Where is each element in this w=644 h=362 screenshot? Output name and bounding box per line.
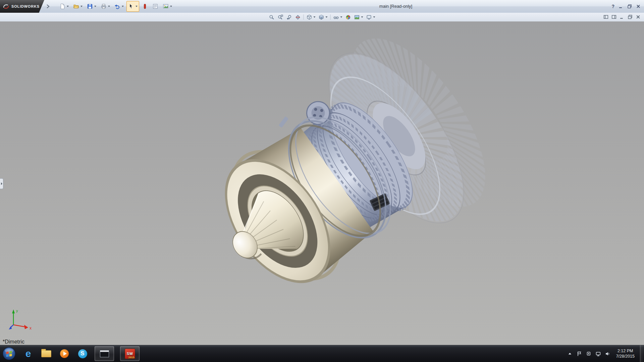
restore-document-icon[interactable] [628, 14, 633, 19]
view-orientation-cube-icon [307, 14, 312, 20]
options-icon [163, 3, 169, 9]
restore-window-icon[interactable] [627, 4, 632, 9]
dropdown-caret-icon [67, 6, 69, 7]
apply-scene-button[interactable] [354, 14, 364, 20]
hide-show-items-button[interactable] [333, 14, 343, 20]
window-titlebar: SOLIDWORKS [0, 0, 644, 13]
show-task-pane-icon[interactable] [611, 14, 616, 19]
window-title: main [Read-only] [379, 0, 412, 13]
taskbar-file-explorer[interactable] [40, 346, 52, 361]
close-document-icon[interactable] [636, 14, 641, 19]
document-window-controls [603, 14, 641, 19]
volume-icon[interactable] [604, 350, 610, 357]
undo-button[interactable] [113, 1, 125, 12]
select-button[interactable] [126, 1, 139, 12]
new-document-button[interactable] [58, 1, 70, 12]
section-view-icon [295, 14, 301, 20]
menu-flyout-chevron-icon[interactable] [46, 4, 50, 9]
command-prompt-icon [100, 350, 109, 357]
dropdown-caret-icon [108, 6, 110, 7]
engine-model[interactable] [0, 21, 644, 345]
dropdown-caret-icon [170, 6, 172, 7]
solidworks-version-badge: 2015 [128, 356, 135, 359]
taskbar-internet-explorer[interactable]: e [22, 346, 34, 361]
solidworks-window: SOLIDWORKS [0, 0, 644, 362]
previous-view-icon [286, 14, 292, 20]
minimize-document-icon[interactable] [620, 14, 625, 19]
show-hidden-icons-button[interactable] [567, 350, 573, 357]
network-display-icon[interactable] [595, 350, 601, 357]
dropdown-caret-icon [94, 6, 96, 7]
dropdown-caret-icon [136, 6, 138, 7]
display-style-cube-icon [319, 14, 324, 20]
menu-row [0, 13, 644, 22]
flyout-arrow-icon [1, 182, 2, 185]
dropdown-caret-icon [314, 16, 316, 18]
dropdown-caret-icon [361, 16, 363, 18]
dropdown-caret-icon [340, 16, 342, 18]
toolbar-separator [304, 14, 304, 20]
save-floppy-icon [87, 3, 93, 9]
solidworks-resources-button[interactable] [140, 1, 150, 12]
new-document-icon [59, 3, 65, 9]
status-tray-icon[interactable] [586, 350, 592, 357]
close-window-icon[interactable] [636, 4, 641, 9]
apply-scene-icon [354, 14, 360, 20]
taskbar-solidworks[interactable]: SW 2015 [120, 346, 140, 361]
undo-icon [114, 3, 120, 9]
feature-tree-flyout-handle[interactable] [0, 178, 3, 189]
taskbar-skype[interactable]: S [76, 346, 89, 361]
bracket-tab[interactable] [278, 116, 288, 128]
show-feature-pane-icon[interactable] [603, 14, 608, 19]
view-settings-icon [366, 14, 372, 20]
zoom-to-fit-button[interactable] [269, 14, 275, 20]
system-tray: 2:12 PM 7/28/2015 [567, 345, 644, 362]
play-icon [63, 352, 67, 356]
help-button[interactable]: ? [611, 4, 614, 9]
solidworks-logo-icon [3, 3, 9, 9]
graphics-viewport[interactable]: y x *Dimetric [0, 21, 644, 345]
media-player-icon [60, 349, 69, 358]
taskbar-clock[interactable]: 2:12 PM 7/28/2015 [614, 348, 637, 359]
section-view-button[interactable] [295, 14, 301, 20]
minimize-window-icon[interactable] [619, 4, 623, 9]
view-orientation-button[interactable] [306, 14, 316, 20]
taskbar-command-prompt[interactable] [95, 346, 114, 361]
dropdown-caret-icon [80, 6, 83, 7]
edit-appearance-button[interactable] [345, 14, 352, 20]
view-settings-button[interactable] [366, 14, 376, 20]
solidworks-resources-icon [142, 3, 148, 9]
file-properties-icon [152, 3, 158, 9]
previous-view-button[interactable] [286, 14, 292, 20]
dropdown-caret-icon [326, 16, 328, 18]
print-icon [101, 3, 107, 9]
print-button[interactable] [99, 1, 112, 12]
display-style-button[interactable] [318, 14, 328, 20]
toolbar-separator [330, 14, 331, 20]
save-button[interactable] [85, 1, 98, 12]
zoom-to-fit-icon [269, 14, 275, 20]
open-button[interactable] [71, 1, 84, 12]
show-desktop-button[interactable] [640, 345, 644, 362]
select-cursor-icon [128, 3, 134, 9]
solidworks-logo: SOLIDWORKS [0, 0, 44, 13]
y-axis-label: y [16, 309, 18, 313]
solidworks-app-icon: SW 2015 [125, 349, 135, 359]
taskbar-media-player[interactable] [58, 346, 70, 361]
clock-date: 7/28/2015 [616, 354, 635, 359]
taskbar-apps: e S SW 2015 [0, 345, 140, 362]
action-center-flag-icon[interactable] [576, 350, 582, 357]
x-axis-label: x [30, 326, 32, 330]
view-orientation-label: *Dimetric [3, 339, 24, 345]
x-axis-arrow [24, 325, 28, 329]
folder-icon [41, 350, 51, 357]
hide-show-glasses-icon [333, 14, 339, 20]
file-properties-button[interactable] [151, 1, 160, 12]
start-button[interactable] [2, 347, 16, 361]
y-axis-arrow [12, 309, 15, 313]
dropdown-caret-icon [122, 6, 124, 7]
zoom-to-area-button[interactable] [277, 14, 284, 20]
brand-text: SOLIDWORKS [11, 4, 40, 8]
options-button[interactable] [161, 1, 174, 12]
open-folder-icon [73, 3, 79, 9]
